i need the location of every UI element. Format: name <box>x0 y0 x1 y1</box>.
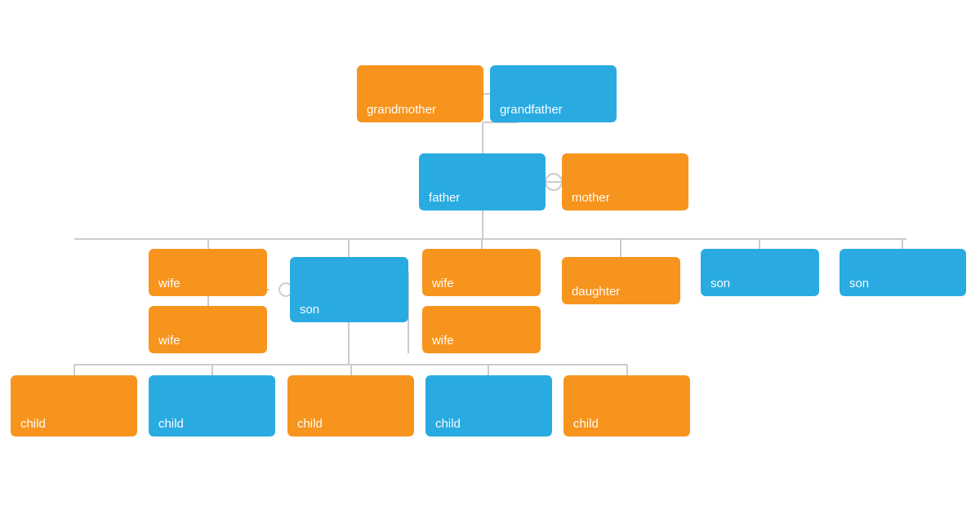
node-label-child1: child <box>20 416 46 430</box>
node-son1[interactable]: son <box>290 257 408 322</box>
node-child5[interactable]: child <box>564 375 690 436</box>
node-wife2[interactable]: wife <box>149 306 267 353</box>
node-label-son1: son <box>300 302 319 316</box>
node-label-grandmother: grandmother <box>367 102 436 116</box>
node-label-child4: child <box>435 416 461 430</box>
node-label-father: father <box>429 190 460 204</box>
node-label-child3: child <box>297 416 323 430</box>
node-label-wife1: wife <box>158 276 180 290</box>
node-son3[interactable]: son <box>840 249 966 296</box>
node-label-grandfather: grandfather <box>500 102 563 116</box>
node-child1[interactable]: child <box>11 375 137 436</box>
node-wife4[interactable]: wife <box>422 306 541 353</box>
node-father[interactable]: father <box>419 153 546 210</box>
node-label-wife4: wife <box>432 333 454 347</box>
node-wife3[interactable]: wife <box>422 249 541 296</box>
node-mother[interactable]: mother <box>562 153 688 210</box>
node-child2[interactable]: child <box>149 375 275 436</box>
node-grandmother[interactable]: grandmother <box>357 65 483 122</box>
tree-container: grandmothergrandfatherfathermotherwifewi… <box>0 0 980 514</box>
node-child3[interactable]: child <box>287 375 414 436</box>
node-label-child5: child <box>573 416 599 430</box>
node-label-wife3: wife <box>432 276 454 290</box>
node-grandfather[interactable]: grandfather <box>490 65 617 122</box>
node-label-mother: mother <box>572 190 610 204</box>
node-child4[interactable]: child <box>425 375 552 436</box>
node-wife1[interactable]: wife <box>149 249 267 296</box>
node-daughter[interactable]: daughter <box>562 257 680 304</box>
node-label-son3: son <box>849 276 869 290</box>
node-son2[interactable]: son <box>701 249 819 296</box>
node-label-son2: son <box>710 276 730 290</box>
node-label-child2: child <box>158 416 184 430</box>
svg-point-5 <box>546 174 562 190</box>
node-label-wife2: wife <box>158 333 180 347</box>
node-label-daughter: daughter <box>572 284 620 298</box>
